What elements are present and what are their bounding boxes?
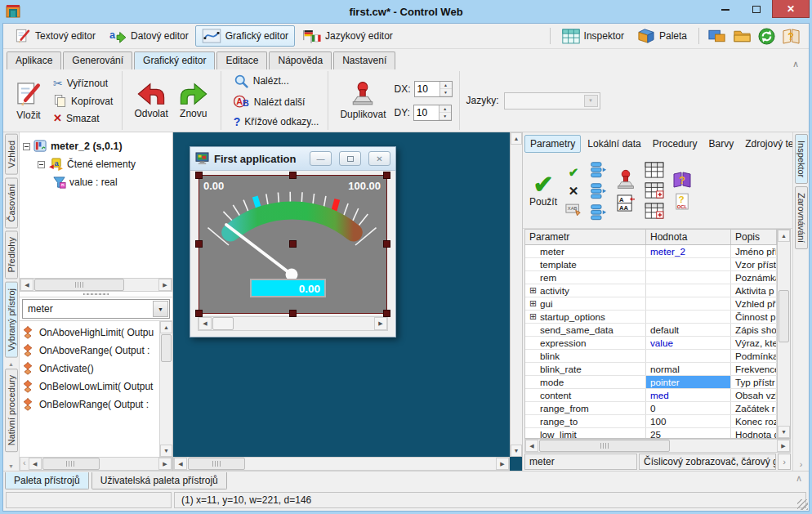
redo-button[interactable]: Znovu	[173, 80, 214, 121]
table-row[interactable]: blinkPodmínka	[525, 350, 777, 363]
tab-procedury[interactable]: Procedury	[648, 136, 703, 152]
scroll-left-icon[interactable]: ◀	[29, 458, 42, 470]
tab-lokalni-data[interactable]: Lokální data	[582, 136, 645, 152]
scroll-thumb[interactable]	[212, 317, 234, 330]
cross-references-button[interactable]: ?Křížové odkazy...	[231, 114, 322, 129]
paste-button[interactable]: Vložit	[10, 78, 47, 123]
tab-casovani[interactable]: Časování	[5, 177, 18, 228]
fwin-hscrollbar[interactable]: ◀ ▶	[198, 316, 388, 331]
close-button[interactable]: ✕	[772, 0, 810, 18]
autosize-column-icon[interactable]	[617, 194, 636, 212]
expand-panel-icon[interactable]: ›	[800, 459, 803, 469]
table-row[interactable]: templateVzor příst	[525, 258, 777, 271]
refresh-button[interactable]	[755, 26, 779, 47]
cancel-icon[interactable]: ✕	[569, 184, 579, 199]
scroll-down-icon[interactable]: ▼	[160, 445, 172, 457]
resize-handle-ne[interactable]	[383, 172, 390, 179]
tab-uzivatelska-paleta[interactable]: Uživatelská paleta přístrojů	[91, 472, 227, 489]
table-row[interactable]: metermeter_2Jméno pří	[525, 245, 777, 258]
find-button[interactable]: Nalézt...	[231, 73, 322, 90]
scroll-up-icon[interactable]: ▲	[511, 132, 522, 145]
dy-stepper[interactable]: ▲▼	[413, 105, 452, 121]
header-parametr[interactable]: Parametr	[525, 230, 646, 244]
meter-widget[interactable]: 0.00 100.00 0.00	[199, 176, 386, 313]
tab-vzhled[interactable]: Vzhled	[5, 134, 18, 175]
table-row[interactable]: low_limit25Hodnota d	[525, 428, 777, 438]
tab-nastaveni[interactable]: Nastavení	[333, 51, 395, 69]
fwin-titlebar[interactable]: First application — ✕	[190, 147, 395, 171]
tab-paleta-pristroju[interactable]: Paleta přístrojů	[5, 472, 89, 489]
tree-node-read-elements[interactable]: Čtené elementy	[23, 155, 169, 173]
delete-button[interactable]: ✕Smazat	[51, 111, 115, 125]
dx-input[interactable]	[415, 82, 439, 96]
instrument-type-combo[interactable]: meter ▼	[22, 299, 170, 319]
dy-input[interactable]	[414, 105, 439, 120]
scroll-right-icon[interactable]: ▶	[374, 317, 387, 330]
header-popis[interactable]: Popis	[731, 230, 777, 244]
tab-editace[interactable]: Editace	[216, 51, 267, 69]
dy-up-icon[interactable]: ▲	[439, 105, 451, 113]
edit-value-icon[interactable]	[565, 203, 582, 217]
scroll-left-icon[interactable]: ◀	[199, 317, 212, 330]
tab-nativni-procedury[interactable]: Nativní procedury	[5, 369, 18, 452]
scroll-thumb[interactable]	[188, 458, 245, 470]
undo-button[interactable]: Odvolat	[129, 80, 172, 121]
folder-button[interactable]	[729, 26, 755, 46]
collapse-icon[interactable]	[38, 161, 45, 168]
move-handle-center[interactable]	[289, 240, 297, 248]
design-canvas[interactable]: First application — ✕	[173, 132, 522, 471]
scroll-thumb[interactable]	[539, 440, 670, 452]
table-row[interactable]: send_same_datadefaultZápis sho	[525, 324, 777, 337]
table-row[interactable]: ⊞startup_optionsČinnost p	[525, 311, 777, 324]
palette-button[interactable]: Paleta	[631, 25, 694, 47]
inspector-button[interactable]: Inspektor	[555, 25, 631, 47]
graphic-editor-button[interactable]: Grafický editor	[195, 25, 295, 47]
cut-button[interactable]: ✂Vyříznout	[51, 76, 115, 91]
copy-button[interactable]: Kopírovat	[51, 93, 115, 109]
table-row[interactable]: contentmedObsah vzh	[525, 389, 777, 402]
scroll-down-icon[interactable]: ▼	[511, 445, 522, 457]
tab-predlohy[interactable]: Předlohy	[5, 230, 18, 279]
scroll-left-icon[interactable]: ◀	[525, 440, 538, 452]
table-row[interactable]: blink_ratenormalFrekvence	[525, 363, 777, 376]
canvas-vscrollbar[interactable]: ▲ ▼	[510, 132, 522, 457]
table-add-row-icon[interactable]	[645, 182, 664, 199]
fwin-minimize-button[interactable]: —	[310, 151, 332, 166]
data-editor-button[interactable]: Datový editor	[102, 25, 195, 47]
resize-handle-w[interactable]	[195, 240, 203, 248]
resize-grip[interactable]	[797, 499, 808, 510]
resize-handle-se[interactable]	[383, 310, 390, 317]
procedure-item[interactable]: OnAboveHighLimit( Outpu	[21, 324, 158, 342]
stamp-icon[interactable]	[615, 169, 636, 190]
table-row[interactable]: ⊞guiVzhled př	[525, 297, 777, 311]
table-row-selected[interactable]: modepointerTyp přístr	[525, 376, 777, 389]
tab-aplikace[interactable]: Aplikace	[7, 51, 61, 69]
tree-hscrollbar[interactable]: ◀ ▶	[20, 278, 172, 292]
languages-select[interactable]: ▼	[504, 92, 600, 110]
confirm-icon[interactable]: ✔	[569, 165, 579, 180]
table-vscrollbar[interactable]: ▲ ▼	[777, 230, 790, 438]
tab-graficky-editor[interactable]: Grafický editor	[134, 51, 215, 69]
ocl-help-icon[interactable]	[675, 193, 689, 211]
language-editor-button[interactable]: Jazykový editor	[295, 26, 399, 47]
tree-node-value[interactable]: value : real	[23, 173, 169, 191]
scroll-left-icon[interactable]: ◀	[174, 458, 187, 470]
resize-handle-s[interactable]	[289, 310, 297, 317]
scroll-thumb[interactable]	[161, 334, 172, 362]
tab-vybrany-pristroj[interactable]: Vybraný přístroj	[5, 282, 18, 358]
tree-node-meter[interactable]: meter_2 (s,0.1)	[23, 137, 169, 155]
scroll-thumb[interactable]	[34, 279, 124, 291]
procedures-hscrollbar[interactable]: ‹ ◀ ▶	[20, 457, 172, 471]
resize-handle-e[interactable]	[383, 240, 390, 248]
tab-parametry[interactable]: Parametry	[524, 135, 581, 153]
scroll-thumb[interactable]	[779, 290, 789, 342]
procedure-item[interactable]: OnBelowRange( Output :	[21, 396, 158, 413]
picture-button[interactable]	[704, 26, 729, 46]
scroll-left-icon[interactable]: ◀	[20, 279, 33, 291]
procedure-item[interactable]: OnBelowLowLimit( Output	[21, 378, 158, 396]
table-view-icon[interactable]	[645, 162, 664, 178]
combo-dropdown-icon[interactable]: ▼	[153, 301, 168, 317]
resize-handle-n[interactable]	[289, 172, 297, 179]
dx-up-icon[interactable]: ▲	[440, 82, 452, 89]
find-next-button[interactable]: Nalézt další	[231, 94, 322, 110]
